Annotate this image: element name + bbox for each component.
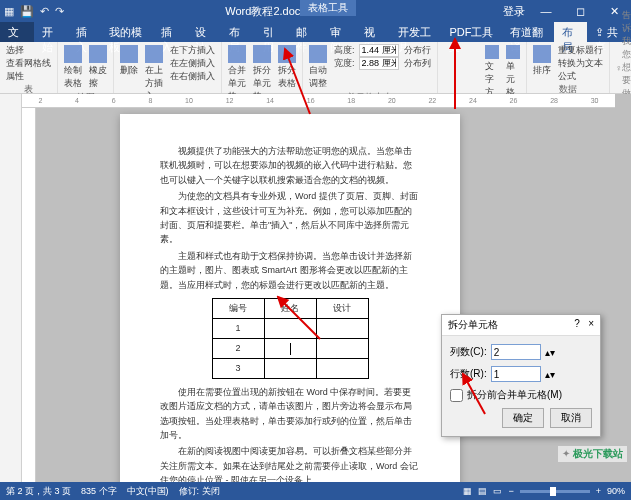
align-mc-button[interactable] xyxy=(455,53,465,61)
tab-layout[interactable]: 布局 xyxy=(221,22,255,42)
zoom-in-icon[interactable]: + xyxy=(596,486,601,496)
maximize-icon[interactable]: ◻ xyxy=(567,5,593,18)
view-print-icon[interactable]: ▦ xyxy=(463,486,472,496)
tab-insert2[interactable]: 插入 xyxy=(153,22,187,42)
ok-button[interactable]: 确定 xyxy=(502,408,544,428)
insert-right-button[interactable]: 在右侧插入 xyxy=(168,70,217,83)
align-mr-button[interactable] xyxy=(468,53,478,61)
word-count[interactable]: 835 个字 xyxy=(81,485,117,498)
eraser-button[interactable]: 橡皮擦 xyxy=(87,44,109,91)
document-page[interactable]: 视频提供了功能强大的方法帮助您证明您的观点。当您单击联机视频时，可以在想要添加的… xyxy=(120,114,460,500)
table-header[interactable]: 姓名 xyxy=(264,298,316,318)
document-title: Word教程2.docx - Word xyxy=(64,4,503,19)
group-table: 选择 查看网格线 属性 表 xyxy=(0,42,58,93)
redo-icon[interactable]: ↷ xyxy=(55,5,64,18)
group-rows-cols: 删除 在上方插入 在下方插入 在左侧插入 在右侧插入 行和列 xyxy=(114,42,222,93)
tab-file[interactable]: 文件 xyxy=(0,22,34,42)
align-ml-button[interactable] xyxy=(442,53,452,61)
view-web-icon[interactable]: ▭ xyxy=(493,486,502,496)
page-indicator[interactable]: 第 2 页，共 3 页 xyxy=(6,485,71,498)
quick-access-toolbar: ▦ 💾 ↶ ↷ xyxy=(4,5,64,18)
tab-review[interactable]: 审阅 xyxy=(322,22,356,42)
group-cell-size: 自动调整 高度: 宽度: 分布行 分布列 单元格大小 xyxy=(303,42,438,93)
align-tl-button[interactable] xyxy=(442,44,452,52)
dialog-close-icon[interactable]: × xyxy=(588,318,594,329)
merge-before-checkbox[interactable] xyxy=(450,389,463,402)
align-bl-button[interactable] xyxy=(442,62,452,70)
formula-button[interactable]: 公式 xyxy=(556,70,605,83)
view-read-icon[interactable]: ▤ xyxy=(478,486,487,496)
table-row: 编号 姓名 设计 xyxy=(212,298,368,318)
group-data: 排序 重复标题行 转换为文本 公式 数据 xyxy=(527,42,610,93)
group-draw: 绘制表格 橡皮擦 绘图 xyxy=(58,42,114,93)
dialog-title: 拆分单元格 xyxy=(448,318,498,332)
tab-references[interactable]: 引用 xyxy=(255,22,289,42)
repeat-header-button[interactable]: 重复标题行 xyxy=(556,44,605,57)
insert-below-button[interactable]: 在下方插入 xyxy=(168,44,217,57)
checkbox-label: 拆分前合并单元格(M) xyxy=(467,388,562,402)
rows-input[interactable] xyxy=(491,366,541,382)
watermark: ✦ 极光下载站 xyxy=(558,446,627,462)
align-tc-button[interactable] xyxy=(455,44,465,52)
height-label: 高度: xyxy=(332,44,357,57)
horizontal-ruler[interactable]: 24681012141618202224262830 xyxy=(22,94,615,108)
contextual-tab-label: 表格工具 xyxy=(300,0,356,16)
ribbon-tabs: 文件 开始 插入 我的模板 插入 设计 布局 引用 邮件 审阅 视图 开发工具 … xyxy=(0,22,631,42)
workspace: 24681012141618202224262830 视频提供了功能强大的方法帮… xyxy=(0,94,631,482)
language-indicator[interactable]: 中文(中国) xyxy=(127,485,169,498)
to-text-button[interactable]: 转换为文本 xyxy=(556,57,605,70)
login-link[interactable]: 登录 xyxy=(503,4,525,19)
gridlines-button[interactable]: 查看网格线 xyxy=(4,57,53,70)
delete-button[interactable]: 删除 xyxy=(118,44,140,78)
track-changes-indicator[interactable]: 修订: 关闭 xyxy=(179,485,220,498)
tab-dev[interactable]: 开发工具 xyxy=(390,22,442,42)
zoom-level[interactable]: 90% xyxy=(607,486,625,496)
height-input[interactable] xyxy=(359,44,399,57)
table-header[interactable]: 设计 xyxy=(316,298,368,318)
tab-design[interactable]: 设计 xyxy=(187,22,221,42)
tab-templates[interactable]: 我的模板 xyxy=(101,22,153,42)
tab-home[interactable]: 开始 xyxy=(34,22,68,42)
zoom-slider[interactable] xyxy=(520,490,590,493)
undo-icon[interactable]: ↶ xyxy=(40,5,49,18)
dialog-help-icon[interactable]: ? xyxy=(574,318,580,329)
split-cells-dialog: 拆分单元格 ? × 列数(C): ▴▾ 行数(R): ▴▾ 拆分前合并单元格(M… xyxy=(441,314,601,437)
tab-view[interactable]: 视图 xyxy=(356,22,390,42)
columns-input[interactable] xyxy=(491,344,541,360)
width-label: 宽度: xyxy=(332,57,357,70)
minimize-icon[interactable]: — xyxy=(533,5,559,17)
spinner-icon[interactable]: ▴▾ xyxy=(545,347,555,358)
status-bar: 第 2 页，共 3 页 835 个字 中文(中国) 修订: 关闭 ▦ ▤ ▭ −… xyxy=(0,482,631,500)
width-input[interactable] xyxy=(359,57,399,70)
draw-table-button[interactable]: 绘制表格 xyxy=(62,44,84,91)
cancel-button[interactable]: 取消 xyxy=(550,408,592,428)
paragraph: 视频提供了功能强大的方法帮助您证明您的观点。当您单击联机视频时，可以在想要添加的… xyxy=(160,144,420,187)
sort-button[interactable]: 排序 xyxy=(531,44,553,78)
paragraph: 主题和样式也有助于文档保持协调。当您单击设计并选择新的主题时，图片、图表或 Sm… xyxy=(160,249,420,292)
tab-translate[interactable]: 有道翻译 xyxy=(502,22,554,42)
active-cell[interactable] xyxy=(264,338,316,358)
autofit-button[interactable]: 自动调整 xyxy=(307,44,329,91)
table-row: 1 xyxy=(212,318,368,338)
split-table-button[interactable]: 拆分表格 xyxy=(276,44,298,91)
select-button[interactable]: 选择 xyxy=(4,44,53,57)
insert-left-button[interactable]: 在左侧插入 xyxy=(168,57,217,70)
tab-table-layout[interactable]: 布局 xyxy=(554,22,588,42)
navigation-bar xyxy=(0,94,22,482)
align-br-button[interactable] xyxy=(468,62,478,70)
properties-button[interactable]: 属性 xyxy=(4,70,53,83)
tab-mailings[interactable]: 邮件 xyxy=(288,22,322,42)
tab-insert[interactable]: 插入 xyxy=(68,22,102,42)
save-icon[interactable]: 💾 xyxy=(20,5,34,18)
zoom-out-icon[interactable]: − xyxy=(508,486,513,496)
tell-me-box[interactable]: ♀ 告诉我您想要做什么 xyxy=(610,42,631,93)
vertical-ruler[interactable] xyxy=(22,108,36,482)
align-bc-button[interactable] xyxy=(455,62,465,70)
spinner-icon[interactable]: ▴▾ xyxy=(545,369,555,380)
dist-rows-button[interactable]: 分布行 xyxy=(402,44,433,57)
align-tr-button[interactable] xyxy=(468,44,478,52)
document-table[interactable]: 编号 姓名 设计 1 2 3 xyxy=(212,298,369,379)
tab-pdf[interactable]: PDF工具集 xyxy=(441,22,502,42)
table-header[interactable]: 编号 xyxy=(212,298,264,318)
dist-cols-button[interactable]: 分布列 xyxy=(402,57,433,70)
